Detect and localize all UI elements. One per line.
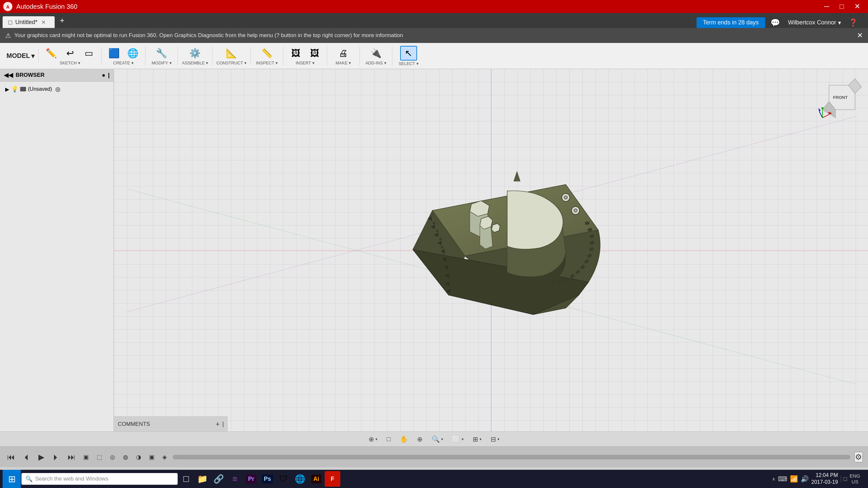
new-tab-button[interactable]: + bbox=[56, 16, 68, 25]
taskbar-app-shield[interactable]: 🛡 bbox=[276, 471, 291, 487]
maximize-button[interactable]: □ bbox=[835, 0, 849, 13]
zoom-window-button[interactable]: 🔍 ▾ bbox=[428, 434, 447, 445]
taskbar-search[interactable]: 🔍 Search the web and Windows bbox=[22, 473, 178, 485]
taskbar-illustrator[interactable]: Ai bbox=[308, 471, 324, 487]
shield-app-icon: 🛡 bbox=[279, 474, 288, 484]
close-button[interactable]: ✕ bbox=[849, 0, 865, 13]
3d-model[interactable] bbox=[377, 158, 605, 342]
create-sphere-button[interactable]: 🌐 bbox=[124, 47, 141, 60]
timeline-settings-button[interactable]: ⚙ bbox=[854, 452, 863, 462]
insert-canvas-button[interactable]: 🖼 bbox=[306, 47, 323, 60]
zoom-fit-button[interactable]: ⊕ bbox=[413, 434, 426, 445]
browser-collapse-button[interactable]: ◀◀ bbox=[4, 71, 13, 79]
timeline-next-end-button[interactable]: ⏭ bbox=[66, 451, 78, 463]
assemble-button[interactable]: ⚙️ bbox=[187, 47, 204, 60]
timeline-prev-start-button[interactable]: ⏮ bbox=[5, 451, 17, 463]
sketch-button[interactable]: ✏️ bbox=[42, 47, 60, 60]
origin-button[interactable]: ⊕ ▾ bbox=[365, 434, 381, 445]
user-menu-button[interactable]: Wilbertcox Connor ▾ bbox=[785, 19, 844, 26]
modify-icon: 🔧 bbox=[156, 48, 167, 59]
zoom-dropdown-icon: ▾ bbox=[441, 437, 443, 441]
taskbar-premiere[interactable]: Pr bbox=[243, 471, 259, 487]
taskbar-chrome[interactable]: 🌐 bbox=[292, 471, 308, 487]
display-mode-button[interactable]: □ bbox=[383, 434, 394, 445]
taskbar-file-explorer[interactable]: 📁 bbox=[194, 471, 210, 487]
timeline-frame-icon-1[interactable]: ▣ bbox=[81, 452, 91, 462]
finish-sketch-button[interactable]: ↩ bbox=[61, 47, 79, 60]
make-button[interactable]: 🖨 bbox=[335, 47, 352, 60]
keyboard-icon[interactable]: ⌨ bbox=[778, 475, 787, 483]
timeline-frame-icon-6[interactable]: ▣ bbox=[147, 452, 156, 462]
help-button[interactable]: ❓ bbox=[846, 19, 860, 27]
grid-button[interactable]: ⊞ ▾ bbox=[469, 434, 485, 445]
create-dropdown-icon: ▾ bbox=[131, 61, 134, 65]
select-button[interactable]: ↖ bbox=[400, 46, 417, 61]
notification-button[interactable]: 💬 bbox=[768, 18, 783, 27]
network-icon[interactable]: 📶 bbox=[790, 475, 798, 483]
browser-resize-handle[interactable]: | bbox=[108, 72, 110, 79]
add-ins-button[interactable]: 🔌 bbox=[367, 47, 384, 60]
timeline-next-button[interactable]: ⏵ bbox=[50, 451, 62, 463]
timeline-frame-icon-3[interactable]: ◎ bbox=[108, 452, 117, 462]
sketch-shape-button[interactable]: ▭ bbox=[80, 47, 97, 60]
document-tab[interactable]: ◻ Untitled* ✕ bbox=[3, 16, 55, 28]
file-explorer-icon: 📁 bbox=[197, 474, 208, 484]
construct-button[interactable]: 📐 bbox=[223, 47, 240, 60]
svg-marker-49 bbox=[818, 108, 821, 111]
term-button[interactable]: Term ends in 28 days bbox=[696, 17, 765, 28]
app-3-icon: ≡ bbox=[232, 474, 237, 484]
minimize-button[interactable]: ─ bbox=[819, 0, 835, 13]
taskbar-photoshop[interactable]: Ps bbox=[259, 471, 275, 487]
browser-item-unsaved[interactable]: ▶ 💡 (Unsaved) ◎ bbox=[3, 84, 111, 94]
timeline-track[interactable] bbox=[173, 455, 850, 459]
make-label[interactable]: MAKE ▾ bbox=[336, 61, 351, 65]
svg-point-34 bbox=[443, 262, 446, 265]
sketch-label[interactable]: SKETCH ▾ bbox=[60, 61, 80, 65]
app-2-icon: 🔗 bbox=[213, 474, 224, 484]
insert-label[interactable]: INSERT ▾ bbox=[296, 61, 315, 65]
taskbar-app-2[interactable]: 🔗 bbox=[211, 471, 226, 487]
taskbar-clock[interactable]: 12:04 PM 2017-03-19 bbox=[811, 472, 838, 486]
canvas[interactable]: FRONT COMMENTS + | bbox=[114, 69, 868, 431]
inspect-button[interactable]: 📏 bbox=[258, 47, 275, 60]
timeline-frame-icon-2[interactable]: ⬚ bbox=[95, 452, 104, 462]
tray-arrow[interactable]: ∧ bbox=[772, 476, 775, 482]
model-selector-button[interactable]: MODEL ▾ bbox=[3, 50, 39, 62]
create-group: 🟦 🌐 CREATE ▾ bbox=[101, 47, 146, 65]
zoom-window-icon: 🔍 bbox=[432, 435, 440, 443]
warning-close-button[interactable]: ✕ bbox=[857, 31, 863, 40]
insert-button[interactable]: 🖼 bbox=[287, 47, 304, 60]
create-button[interactable]: 🟦 bbox=[105, 47, 122, 60]
taskview-button[interactable]: □ bbox=[178, 471, 194, 487]
orbit-button[interactable]: ✋ bbox=[396, 434, 411, 445]
timeline-frame-icon-4[interactable]: ◍ bbox=[121, 452, 130, 462]
construct-dropdown-icon: ▾ bbox=[244, 61, 247, 65]
create-label[interactable]: CREATE ▾ bbox=[113, 61, 134, 65]
comments-resize-handle[interactable]: | bbox=[222, 421, 224, 427]
viewcube[interactable]: FRONT bbox=[816, 75, 862, 121]
start-button[interactable]: ⊞ bbox=[3, 470, 21, 488]
inspect-label[interactable]: INSPECT ▾ bbox=[256, 61, 278, 65]
tab-close-button[interactable]: ✕ bbox=[41, 19, 45, 25]
timeline-frame-icon-7[interactable]: ◈ bbox=[160, 452, 169, 462]
comments-add-button[interactable]: + bbox=[215, 420, 220, 428]
view-face-button[interactable]: ⬜ ▾ bbox=[448, 434, 467, 445]
add-ins-label[interactable]: ADD-INS ▾ bbox=[365, 61, 386, 65]
show-desktop-button[interactable]: □ bbox=[841, 476, 847, 483]
modify-button[interactable]: 🔧 bbox=[153, 47, 170, 60]
visibility-icon[interactable]: ◎ bbox=[55, 86, 61, 93]
timeline-frame-icon-5[interactable]: ◑ bbox=[134, 452, 143, 462]
view-options-button[interactable]: ⊟ ▾ bbox=[487, 434, 503, 445]
assemble-group: ⚙️ ASSEMBLE ▾ bbox=[178, 47, 212, 65]
select-label[interactable]: SELECT ▾ bbox=[399, 61, 419, 66]
construct-label[interactable]: CONSTRUCT ▾ bbox=[216, 61, 247, 65]
timeline-prev-button[interactable]: ⏴ bbox=[21, 451, 33, 463]
svg-text:FRONT: FRONT bbox=[833, 95, 848, 100]
volume-icon[interactable]: 🔊 bbox=[801, 475, 809, 483]
browser-pin-button[interactable]: ● bbox=[102, 72, 105, 79]
taskbar-fusion-360[interactable]: F bbox=[325, 471, 340, 487]
assemble-label[interactable]: ASSEMBLE ▾ bbox=[182, 61, 208, 65]
modify-label[interactable]: MODIFY ▾ bbox=[152, 61, 172, 65]
timeline-play-button[interactable]: ▶ bbox=[36, 451, 46, 463]
taskbar-app-3[interactable]: ≡ bbox=[227, 471, 243, 487]
